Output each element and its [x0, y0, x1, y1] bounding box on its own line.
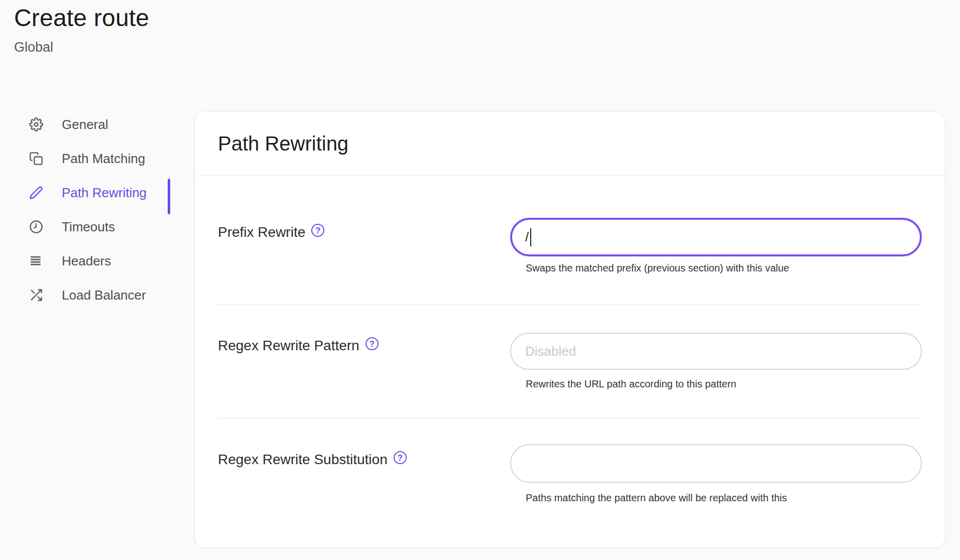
regex-rewrite-pattern-hint: Rewrites the URL path according to this … [526, 378, 736, 390]
copy-icon [29, 152, 43, 166]
sidebar-item-path-matching[interactable]: Path Matching [29, 142, 170, 176]
sidebar-item-headers[interactable]: Headers [29, 244, 170, 278]
sidebar-item-path-rewriting[interactable]: Path Rewriting [29, 176, 170, 210]
prefix-rewrite-input[interactable] [510, 218, 922, 256]
regex-rewrite-pattern-input [510, 333, 922, 370]
regex-rewrite-substitution-row: Regex Rewrite Substitution? Paths matchi… [195, 418, 945, 548]
help-icon[interactable]: ? [394, 451, 407, 464]
page-header: Create route Global [14, 4, 149, 55]
page-subtitle: Global [14, 40, 149, 55]
regex-rewrite-substitution-label: Regex Rewrite Substitution? [218, 452, 407, 468]
shuffle-icon [29, 288, 43, 302]
help-icon[interactable]: ? [366, 337, 379, 350]
panel-header: Path Rewriting [195, 112, 945, 176]
regex-rewrite-pattern-row: Regex Rewrite Pattern? Rewrites the URL … [195, 305, 945, 418]
sidebar-item-timeouts[interactable]: Timeouts [29, 210, 170, 244]
active-section-indicator [168, 179, 170, 214]
panel-title: Path Rewriting [218, 132, 348, 155]
sidebar-item-label: Load Balancer [62, 288, 146, 303]
sidebar-item-label: Path Matching [62, 151, 145, 167]
field-label-text: Regex Rewrite Pattern [218, 338, 359, 353]
section-nav-sidebar: GeneralPath MatchingPath RewritingTimeou… [29, 107, 170, 312]
regex-rewrite-pattern-label: Regex Rewrite Pattern? [218, 338, 379, 354]
pencil-icon [29, 186, 43, 200]
sidebar-item-general[interactable]: General [29, 107, 170, 142]
regex-rewrite-substitution-hint: Paths matching the pattern above will be… [526, 492, 787, 504]
sidebar-item-label: Timeouts [62, 219, 115, 235]
prefix-rewrite-row: Prefix Rewrite? Swaps the matched prefix… [195, 176, 945, 305]
sidebar-item-label: General [62, 117, 108, 132]
sidebar-item-label: Path Rewriting [62, 185, 147, 201]
field-label-text: Regex Rewrite Substitution [218, 452, 388, 467]
text-cursor [530, 228, 531, 246]
page-title: Create route [14, 4, 149, 32]
field-label-text: Prefix Rewrite [218, 224, 305, 240]
regex-rewrite-substitution-input[interactable] [510, 444, 922, 483]
sidebar-item-label: Headers [62, 253, 111, 269]
prefix-rewrite-hint: Swaps the matched prefix (previous secti… [526, 262, 789, 274]
sidebar-item-load-balancer[interactable]: Load Balancer [29, 278, 170, 312]
path-rewriting-panel: Path Rewriting Prefix Rewrite? Swaps the… [194, 111, 945, 548]
help-icon[interactable]: ? [311, 224, 324, 237]
clock-icon [29, 220, 43, 234]
gear-icon [29, 117, 43, 131]
prefix-rewrite-label: Prefix Rewrite? [218, 224, 324, 240]
lines-icon [29, 254, 43, 268]
